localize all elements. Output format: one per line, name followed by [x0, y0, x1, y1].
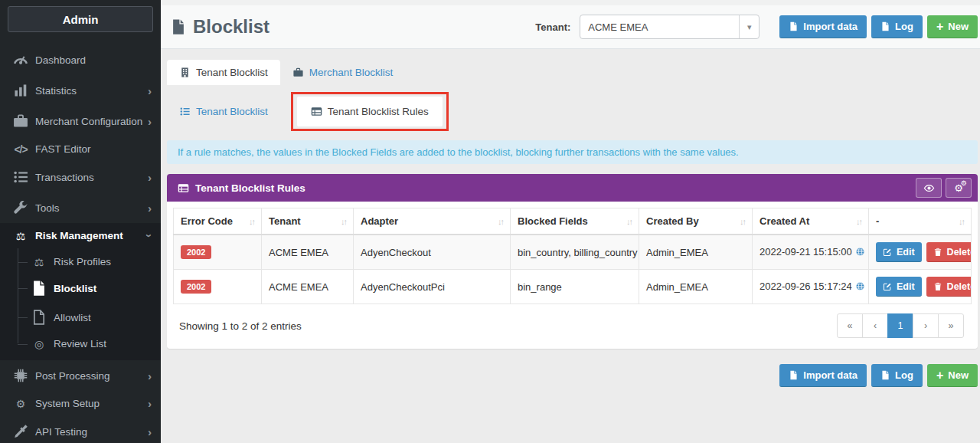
sidebar-item-risk-profiles[interactable]: ⚖ Risk Profiles: [0, 250, 161, 274]
import-data-button[interactable]: Import data: [779, 15, 867, 38]
new-button[interactable]: + New: [927, 15, 978, 38]
sidebar-item-post-processing[interactable]: Post Processing ›: [0, 360, 161, 391]
file-icon: [880, 370, 890, 380]
column-header-tenant[interactable]: Tenant↓↑: [262, 208, 354, 235]
chevron-right-icon: ›: [148, 398, 152, 409]
file-outline-icon: [31, 309, 47, 326]
sidebar-item-risk-management[interactable]: ⚖ Risk Management ›: [0, 223, 161, 248]
top-strip: [161, 0, 980, 5]
bottom-actions: Import data Log + New: [167, 364, 978, 387]
risk-management-submenu: ⚖ Risk Profiles Blocklist Allowlist: [0, 248, 161, 360]
sidebar-header[interactable]: Admin: [8, 6, 153, 32]
building-icon: [179, 67, 191, 78]
sort-icon: ↓↑: [493, 217, 503, 226]
pagination: « ‹ 1 › »: [837, 313, 964, 338]
column-header-blocked-fields[interactable]: Blocked Fields↓↑: [511, 208, 639, 235]
chevron-right-icon: ›: [148, 202, 152, 214]
error-code-badge: 2002: [181, 280, 211, 294]
sidebar-item-transactions[interactable]: Transactions ›: [0, 162, 161, 192]
pagination-last[interactable]: »: [938, 313, 964, 338]
cell-created-by: Admin_EMEA: [639, 270, 753, 304]
import-data-button[interactable]: Import data: [779, 364, 867, 387]
main-area: Blocklist Tenant: ACME EMEA ▾ Import dat…: [161, 0, 980, 443]
column-header-created-by[interactable]: Created By↓↑: [639, 208, 753, 235]
sidebar-item-statistics[interactable]: Statistics ›: [0, 75, 161, 106]
sidebar-item-blocklist[interactable]: Blocklist: [0, 274, 161, 303]
sidebar-item-api-testing[interactable]: API Testing ›: [0, 416, 161, 443]
header-right: Tenant: ACME EMEA ▾ Import data Log + Ne…: [535, 15, 978, 39]
column-header-actions[interactable]: -↓↑: [869, 208, 972, 235]
cell-created-at: 2022-09-26 15:17:24: [753, 270, 869, 304]
scale-icon: ⚖: [12, 231, 29, 241]
column-header-created-at[interactable]: Created At↓↑: [753, 208, 869, 235]
edit-button[interactable]: Edit: [876, 242, 922, 262]
column-header-error-code[interactable]: Error Code↓↑: [174, 208, 262, 235]
file-icon: [789, 21, 799, 31]
trash-icon: [933, 248, 942, 257]
sort-icon: ↓↑: [622, 217, 632, 226]
chip-icon: [12, 367, 29, 384]
eyedropper-icon: [12, 423, 29, 440]
tenant-select[interactable]: ACME EMEA ▾: [580, 15, 760, 39]
sidebar-item-dashboard[interactable]: Dashboard: [0, 44, 161, 75]
cell-created-by: Admin_EMEA: [639, 235, 753, 270]
tabs-level2: Tenant Blocklist Tenant Blocklist Rules: [167, 92, 978, 131]
plus-icon: +: [936, 21, 943, 33]
sort-icon: ↓↑: [244, 217, 254, 226]
bullseye-icon: ◎: [31, 339, 47, 349]
panel-title: Tenant Blocklist Rules: [178, 182, 305, 194]
new-button[interactable]: + New: [927, 364, 978, 387]
edit-button[interactable]: Edit: [876, 277, 922, 297]
log-button[interactable]: Log: [871, 15, 923, 38]
row-actions: Edit Delete: [876, 242, 964, 262]
log-button[interactable]: Log: [871, 364, 923, 387]
table-row: 2002 ACME EMEA AdyenCheckoutPci bin_rang…: [174, 270, 972, 304]
sidebar-item-merchant-configuration[interactable]: Merchant Configuration ›: [0, 106, 161, 136]
sidebar: Admin Dashboard Statistics › Merchant Co…: [0, 0, 161, 443]
file-icon: [31, 280, 47, 297]
delete-button[interactable]: Delete: [926, 277, 972, 297]
chevron-right-icon: ›: [148, 116, 152, 127]
subtab-tenant-blocklist-rules[interactable]: Tenant Blocklist Rules: [297, 97, 443, 126]
info-callout: If a rule matches, the values in the Blo…: [167, 140, 978, 164]
sidebar-item-allowlist[interactable]: Allowlist: [0, 303, 161, 332]
chevron-right-icon: ›: [148, 172, 152, 183]
tabs-level1: Tenant Blocklist Merchant Blocklist: [167, 60, 978, 85]
globe-icon: [855, 248, 865, 259]
table-row: 2002 ACME EMEA AdyenCheckout bin_country…: [174, 235, 972, 270]
sidebar-item-fast-editor[interactable]: </> FAST Editor: [0, 136, 161, 162]
chevron-right-icon: ›: [148, 370, 152, 382]
sort-icon: ↓↑: [336, 217, 346, 226]
pagination-prev[interactable]: ‹: [862, 313, 888, 338]
cell-tenant: ACME EMEA: [262, 270, 354, 304]
pagination-page-1[interactable]: 1: [887, 313, 913, 338]
sort-icon: ↓↑: [735, 217, 745, 226]
briefcase-icon: [292, 67, 304, 78]
delete-button[interactable]: Delete: [926, 242, 972, 262]
pagination-next[interactable]: ›: [913, 313, 939, 338]
list-icon: [179, 106, 191, 117]
table-header-row: Error Code↓↑ Tenant↓↑ Adapter↓↑ Blocked …: [174, 208, 972, 235]
visibility-button[interactable]: [916, 178, 942, 198]
table-summary: Showing 1 to 2 of 2 entries: [179, 320, 302, 332]
gauge-icon: [12, 51, 29, 68]
tab-tenant-blocklist[interactable]: Tenant Blocklist: [167, 60, 280, 85]
subtab-tenant-blocklist[interactable]: Tenant Blocklist: [167, 99, 280, 124]
sidebar-item-system-setup[interactable]: ⚙ System Setup ›: [0, 391, 161, 416]
panel-footer: Showing 1 to 2 of 2 entries « ‹ 1 › »: [173, 304, 972, 341]
eye-icon: [923, 182, 935, 194]
tenant-select-value: ACME EMEA: [580, 21, 739, 33]
gear-icon: ⚙: [12, 399, 29, 409]
briefcase-icon: [12, 113, 29, 130]
sidebar-item-tools[interactable]: Tools ›: [0, 192, 161, 223]
table-icon: [311, 106, 322, 117]
sidebar-item-review-list[interactable]: ◎ Review List: [0, 332, 161, 356]
rules-panel: Tenant Blocklist Rules ⚙⚙: [167, 174, 978, 349]
tab-merchant-blocklist[interactable]: Merchant Blocklist: [280, 60, 406, 85]
column-header-adapter[interactable]: Adapter↓↑: [354, 208, 511, 235]
pagination-first[interactable]: «: [837, 313, 863, 338]
sort-icon: ↓↑: [851, 217, 861, 226]
settings-button[interactable]: ⚙⚙: [946, 178, 972, 198]
red-annotation-box: Tenant Blocklist Rules: [291, 92, 449, 131]
pencil-square-icon: [883, 282, 892, 291]
